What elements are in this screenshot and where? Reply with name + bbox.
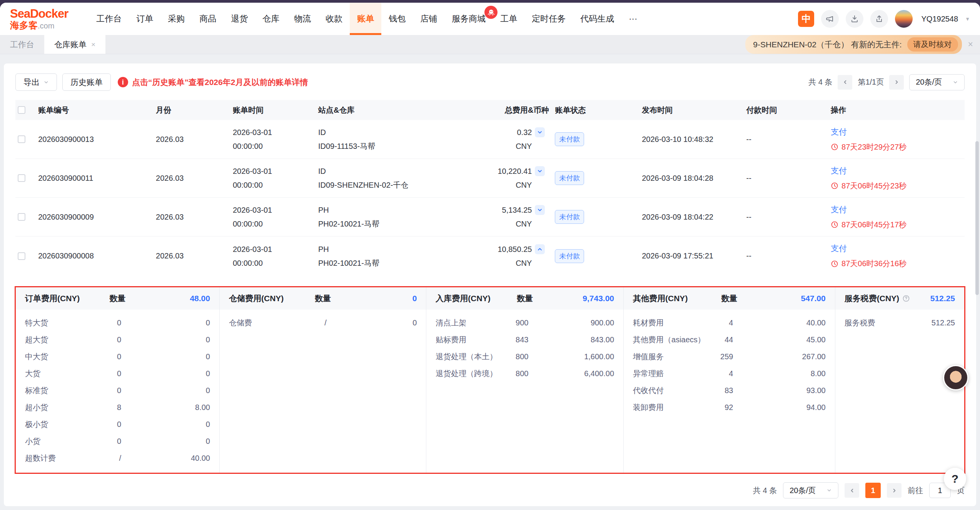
fee-qty: 0 <box>95 437 121 446</box>
question-info-icon[interactable] <box>902 295 910 302</box>
expand-toggle-icon[interactable] <box>535 244 545 254</box>
publish-time: 2026-03-10 10:48:32 <box>642 135 746 144</box>
fee-row: 特大货 0 0 <box>25 314 210 331</box>
topnav-item[interactable]: 工单 <box>493 3 524 35</box>
announcement-icon[interactable] <box>821 10 839 28</box>
expand-toggle-icon[interactable] <box>535 127 545 137</box>
fee-row: 服务税费 512.25 <box>845 314 955 331</box>
brand-name-cn: 海多客.com <box>10 20 68 30</box>
language-icon[interactable]: 中 <box>798 11 814 27</box>
help-button[interactable]: ? <box>944 468 966 490</box>
notice-action-button[interactable]: 请及时核对 <box>907 37 958 52</box>
panel-rows: 清点上架 900 900.00 贴标费用 843 843.00 退货处理（本土）… <box>426 310 623 473</box>
pay-button[interactable]: 支付 <box>831 243 961 254</box>
topnav-item[interactable]: 店铺 <box>413 3 444 35</box>
row-checkbox[interactable] <box>18 213 25 221</box>
fee-row: 清点上架 900 900.00 <box>436 314 614 331</box>
notice-close-icon[interactable]: × <box>968 39 973 50</box>
tab-close-icon[interactable]: × <box>91 40 95 49</box>
pay-button[interactable]: 支付 <box>831 204 961 215</box>
fee-label: 超大货 <box>25 335 95 345</box>
topnav-item[interactable]: ··· <box>621 3 644 35</box>
brand-logo[interactable]: SeaDocker 海多客.com <box>10 3 68 35</box>
next-page-button[interactable] <box>887 483 902 498</box>
fee-amount: 0 <box>327 318 417 327</box>
bill-id: 2026030900008 <box>38 252 156 260</box>
topnav-item[interactable]: 仓库 <box>255 3 287 35</box>
topnav-item[interactable]: 退货 <box>224 3 255 35</box>
panel-header: 其他费用(CNY) 数量 547.00 <box>624 287 835 310</box>
top-navigation-bar: SeaDocker 海多客.com 工作台 订单 采购 商品 退货 仓库 物流 … <box>0 3 980 35</box>
currency-code: CNY <box>476 217 545 231</box>
fee-amount: 0 <box>121 420 210 429</box>
site-warehouse: PH PH02-10021-马帮 <box>318 203 476 231</box>
fee-label: 耗材费用 <box>633 318 706 328</box>
row-checkbox[interactable] <box>18 252 25 260</box>
fee-row: 增值服务 259 267.00 <box>633 348 826 365</box>
select-all-checkbox[interactable] <box>18 106 25 114</box>
user-avatar[interactable] <box>895 10 913 28</box>
prev-page-button[interactable] <box>838 75 852 90</box>
pay-countdown: 87天06时45分23秒 <box>831 181 961 191</box>
bill-time: 2026-03-01 00:00:00 <box>233 203 318 231</box>
pay-countdown: 87天23时29分27秒 <box>831 142 961 152</box>
topnav-item[interactable]: 订单 <box>129 3 160 35</box>
status-badge: 未付款 <box>555 249 584 263</box>
topnav-item[interactable]: 定时任务 <box>524 3 573 35</box>
topnav-item[interactable]: 账单 <box>350 3 381 35</box>
user-menu-caret-icon[interactable]: ▼ <box>965 16 970 22</box>
total-fee: 0.32 CNY <box>476 125 549 153</box>
history-tip: i 点击“历史账单”查看2026年2月及以前的账单详情 <box>118 77 308 88</box>
topnav-item[interactable]: 采购 <box>160 3 192 35</box>
fee-qty: 800 <box>504 352 529 361</box>
topnav-item[interactable]: 商品 <box>192 3 224 35</box>
prev-page-button[interactable] <box>845 483 859 498</box>
panel-total: 9,743.00 <box>533 294 614 303</box>
pay-button[interactable]: 支付 <box>831 165 961 176</box>
topnav-item[interactable]: 工作台 <box>89 3 129 35</box>
export-button[interactable]: 导出 <box>15 73 57 91</box>
page-size-select[interactable]: 20条/页 <box>909 74 965 90</box>
topnav-item[interactable]: 物流 <box>287 3 318 35</box>
topnav-item-label: ··· <box>629 14 637 24</box>
download-icon[interactable] <box>846 10 863 28</box>
fee-label: 装卸费用 <box>633 402 706 413</box>
panel-other-fees: 其他费用(CNY) 数量 547.00 耗材费用 4 40.00 其他费用（as… <box>624 287 835 473</box>
share-icon[interactable] <box>870 10 888 28</box>
expand-toggle-icon[interactable] <box>535 166 545 176</box>
next-page-button[interactable] <box>889 75 904 90</box>
topnav-item-label: 订单 <box>136 13 153 25</box>
topnav-item[interactable]: 服务商城 <box>444 3 493 35</box>
history-bills-button[interactable]: 历史账单 <box>62 73 111 91</box>
row-checkbox[interactable] <box>18 174 25 182</box>
page-size-value: 20条/页 <box>916 77 942 87</box>
fee-label: 清点上架 <box>436 318 503 328</box>
page-size-value: 20条/页 <box>790 485 816 496</box>
tip-text: 点击“历史账单”查看2026年2月及以前的账单详情 <box>132 77 308 88</box>
workspace-tab[interactable]: 工作台 <box>0 35 44 54</box>
topnav-item[interactable]: 收款 <box>318 3 350 35</box>
panel-qty-label: 数量 <box>721 293 737 304</box>
pay-button[interactable]: 支付 <box>831 127 961 137</box>
fee-label: 增值服务 <box>633 352 706 362</box>
fee-qty: 4 <box>706 318 733 327</box>
fee-qty: 92 <box>706 403 733 412</box>
bill-month: 2026.03 <box>156 174 233 183</box>
warehouse-name: PH02-10021-马帮 <box>318 217 472 231</box>
expand-toggle-icon[interactable] <box>535 205 545 215</box>
topnav-item[interactable]: 钱包 <box>381 3 413 35</box>
scrollbar-thumb[interactable] <box>975 141 979 295</box>
row-checkbox[interactable] <box>18 135 25 143</box>
topnav-item[interactable]: 代码生成 <box>573 3 621 35</box>
countdown-text: 87天23时29分27秒 <box>841 142 907 152</box>
table-row: 2026030900011 2026.03 2026-03-01 00:00:0… <box>15 159 965 198</box>
bills-table: 账单编号 月份 账单时间 站点&仓库 总费用&币种 账单状态 发布时间 付款时间… <box>15 100 965 275</box>
fee-row: 超数计费 / 40.00 <box>25 450 210 467</box>
fee-qty: 0 <box>95 369 121 378</box>
open-tabs: 工作台 仓库账单 × <box>0 35 105 54</box>
current-page-button[interactable]: 1 <box>865 483 881 498</box>
assistant-avatar[interactable] <box>943 365 968 390</box>
site-code: PH <box>318 242 472 256</box>
workspace-tab[interactable]: 仓库账单 × <box>44 35 105 54</box>
page-size-select[interactable]: 20条/页 <box>783 482 838 498</box>
